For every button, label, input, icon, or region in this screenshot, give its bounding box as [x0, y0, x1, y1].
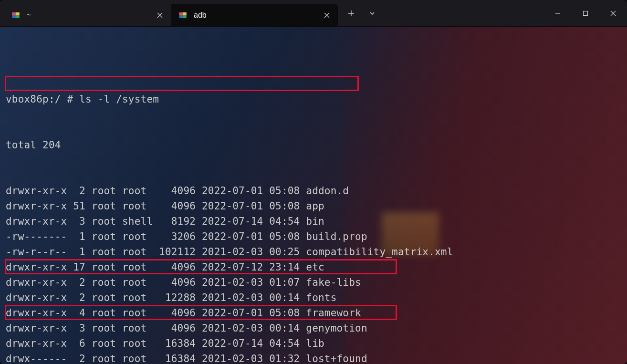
terminal-icon — [11, 11, 20, 20]
terminal-window: ~ adb — [0, 0, 627, 364]
maximize-button[interactable] — [572, 4, 599, 23]
ls-row: -rw-r--r-- 1 root root 102112 2021-02-03… — [6, 244, 621, 260]
ls-row: drwx------ 2 root root 16384 2021-02-03 … — [6, 351, 621, 364]
tab-dropdown-button[interactable] — [363, 4, 382, 23]
ls-row: drwxr-xr-x 6 root root 16384 2022-07-14 … — [6, 336, 621, 351]
ls-row: drwxr-xr-x 2 root root 12288 2021-02-03 … — [6, 290, 621, 305]
window-controls — [544, 0, 627, 26]
title-bar: ~ adb — [0, 0, 627, 27]
ls-row: drwxr-xr-x 2 root root 4096 2022-07-01 0… — [6, 183, 621, 198]
tab-adb[interactable]: adb — [171, 4, 338, 26]
ls-row: drwxr-xr-x 4 root root 4096 2022-07-01 0… — [6, 305, 621, 321]
new-tab-button[interactable] — [342, 4, 361, 23]
ls-row: drwxr-xr-x 17 root root 4096 2022-07-12 … — [6, 260, 621, 275]
ls-row: drwxr-xr-x 2 root root 4096 2021-02-03 0… — [6, 275, 621, 290]
svg-rect-3 — [16, 12, 20, 15]
ls-row: drwxr-xr-x 3 root root 4096 2021-02-03 0… — [6, 321, 621, 336]
tab-home[interactable]: ~ — [4, 4, 171, 26]
tab-actions — [338, 0, 386, 26]
terminal-icon — [178, 11, 187, 20]
tab-strip: ~ adb — [0, 0, 544, 26]
tab-title: ~ — [27, 11, 149, 20]
ls-row: drwxr-xr-x 51 root root 4096 2022-07-01 … — [6, 198, 621, 214]
close-icon[interactable] — [156, 11, 164, 20]
ls-row: drwxr-xr-x 3 root shell 8192 2022-07-14 … — [6, 214, 621, 229]
total-line: total 204 — [6, 137, 621, 153]
minimize-button[interactable] — [544, 4, 572, 23]
ls-row: -rw------- 1 root root 3206 2022-07-01 0… — [6, 229, 621, 244]
close-icon[interactable] — [323, 11, 331, 20]
tab-title: adb — [194, 11, 316, 20]
prompt-line: vbox86p:/ # ls -l /system — [6, 92, 621, 107]
svg-rect-7 — [183, 12, 187, 15]
svg-rect-8 — [584, 11, 588, 15]
close-button[interactable] — [599, 4, 627, 23]
terminal-output[interactable]: vbox86p:/ # ls -l /system total 204 drwx… — [0, 27, 627, 364]
